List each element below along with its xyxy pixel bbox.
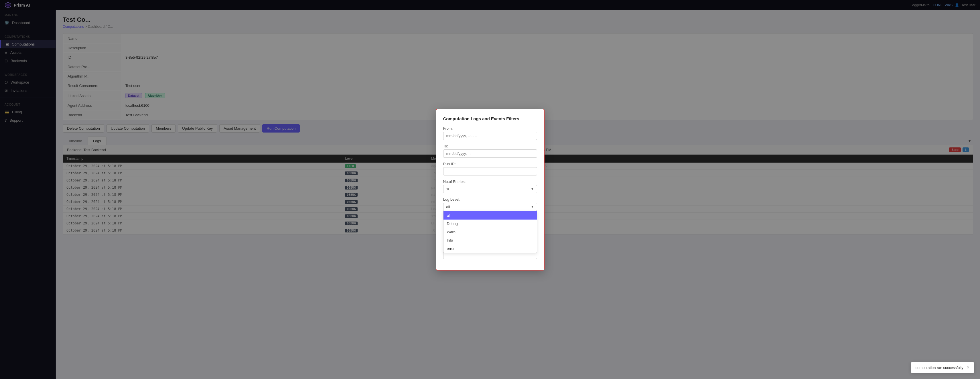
log-level-select-wrapper: ▼ — [443, 203, 537, 211]
modal-field-run-id: Run ID: — [443, 162, 537, 175]
modal-field-to: To: — [443, 144, 537, 158]
log-level-dropdown: all Debug Warn Info error — [443, 211, 537, 253]
toast-message: computation ran successfully — [916, 366, 963, 370]
modal-label-from: From: — [443, 126, 537, 131]
modal-overlay: Computation Logs and Events Filters From… — [0, 0, 980, 379]
dropdown-item-all[interactable]: all — [444, 211, 537, 220]
toast: computation ran successfully × — [911, 362, 974, 373]
modal-input-run-id[interactable] — [443, 167, 537, 175]
log-level-input[interactable] — [443, 203, 537, 211]
dropdown-item-warn[interactable]: Warn — [444, 228, 537, 236]
filter-modal: Computation Logs and Events Filters From… — [436, 109, 544, 271]
modal-label-log-level: Log Level: — [443, 197, 537, 202]
modal-input-from[interactable] — [443, 132, 537, 140]
dropdown-item-error[interactable]: error — [444, 244, 537, 253]
modal-field-entries: No.of Entries: 10 25 50 100 ▼ — [443, 180, 537, 193]
entries-select-wrapper: 10 25 50 100 ▼ — [443, 185, 537, 193]
modal-label-run-id: Run ID: — [443, 162, 537, 166]
modal-label-entries: No.of Entries: — [443, 180, 537, 184]
dropdown-item-info[interactable]: Info — [444, 236, 537, 244]
toast-close-button[interactable]: × — [967, 365, 969, 370]
modal-input-to[interactable] — [443, 150, 537, 158]
entries-select[interactable]: 10 25 50 100 — [443, 185, 537, 193]
modal-label-to: To: — [443, 144, 537, 148]
modal-field-log-level: Log Level: ▼ all Debug Warn Info error — [443, 197, 537, 211]
modal-field-from: From: — [443, 126, 537, 140]
dropdown-item-debug[interactable]: Debug — [444, 220, 537, 228]
modal-title: Computation Logs and Events Filters — [443, 116, 537, 121]
